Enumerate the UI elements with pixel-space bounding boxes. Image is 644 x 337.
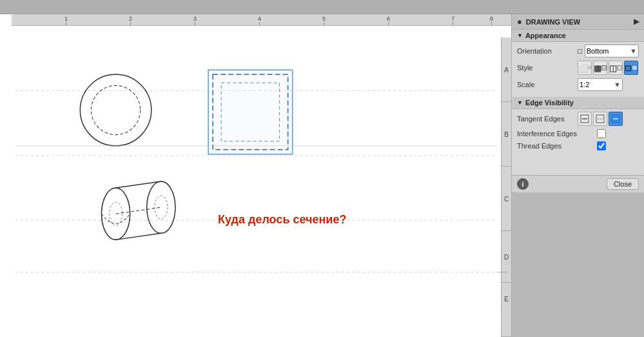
drawing-content: A B C D E (12, 26, 511, 337)
interference-edges-row: Interference Edges (517, 129, 639, 138)
orientation-row: Orientation □ Bottom ▼ (517, 45, 639, 57)
ruler-mark-4: 4 (258, 15, 261, 25)
scale-value: 1:2 ▼ (578, 78, 639, 91)
tangent-icons (578, 112, 639, 126)
ruler-mark-2: 2 (129, 15, 132, 25)
canvas-area: 1 2 3 4 5 6 7 8 A B C D E (0, 14, 512, 337)
style-button-4[interactable] (624, 61, 638, 75)
edge-visibility-section-header[interactable]: ▼ Edge Visibility (512, 97, 644, 109)
appearance-content: Orientation □ Bottom ▼ Style (512, 42, 644, 97)
edge-visibility-content: Tangent Edges Int (512, 109, 644, 156)
expand-icon[interactable]: ▶ (634, 17, 639, 26)
close-button[interactable]: Close (607, 178, 639, 190)
svg-point-11 (147, 181, 175, 233)
gray-area (512, 192, 644, 338)
interference-edges-label: Interference Edges (517, 130, 594, 138)
ruler-mark-7: 7 (451, 15, 454, 25)
top-bar (0, 0, 644, 14)
edge-collapse-icon: ▼ (517, 99, 523, 106)
edge-visibility-label: Edge Visibility (525, 99, 574, 107)
ruler-top: 1 2 3 4 5 6 7 8 (12, 14, 511, 26)
question-text: Куда делось сечение? (218, 213, 346, 227)
scale-dropdown[interactable]: 1:2 ▼ (578, 78, 623, 91)
tangent-button-1[interactable] (578, 112, 592, 126)
ruler-mark-1: 1 (64, 15, 68, 25)
tangent-edges-row: Tangent Edges (517, 112, 639, 126)
tangent-button-2[interactable] (593, 112, 607, 126)
drawing-svg (12, 26, 511, 337)
orientation-icon: □ (578, 47, 582, 55)
ruler-mark-3: 3 (193, 15, 197, 25)
main-area: 1 2 3 4 5 6 7 8 A B C D E (0, 14, 644, 337)
dropdown-arrow: ▼ (630, 47, 637, 55)
interference-edges-checkbox[interactable] (597, 129, 606, 138)
style-label: Style (517, 64, 575, 72)
svg-point-5 (91, 85, 140, 134)
ruler-mark-6: 6 (387, 15, 390, 25)
thread-edges-checkbox[interactable] (597, 141, 606, 150)
collapse-icon: ▼ (517, 32, 523, 39)
svg-rect-20 (589, 66, 590, 68)
style-button-1[interactable] (578, 61, 592, 75)
orientation-dropdown[interactable]: Bottom ▼ (585, 45, 639, 57)
drawing-view-icon: ● (517, 17, 522, 26)
style-row: Style (517, 61, 639, 75)
thread-edges-label: Thread Edges (517, 142, 594, 150)
panel-title: DRAWING VIEW (526, 18, 580, 26)
svg-rect-21 (602, 66, 607, 70)
svg-line-14 (116, 207, 161, 214)
svg-point-17 (155, 196, 168, 219)
right-panel: ● DRAWING VIEW ▶ ▼ Appearance Orientatio… (512, 14, 644, 337)
ruler-mark-5: 5 (322, 15, 326, 25)
ruler-mark-8: 8 (490, 15, 493, 25)
orientation-value: □ Bottom ▼ (578, 45, 639, 57)
scale-dropdown-arrow: ▼ (614, 81, 621, 88)
style-buttons (578, 61, 639, 75)
tangent-button-3[interactable] (609, 112, 623, 126)
panel-content: ▼ Appearance Orientation □ Bottom ▼ (512, 30, 644, 175)
scale-row: Scale 1:2 ▼ (517, 78, 639, 91)
panel-footer: i Close (512, 175, 644, 192)
style-button-3[interactable] (609, 61, 623, 75)
panel-header: ● DRAWING VIEW ▶ (512, 14, 644, 30)
info-icon[interactable]: i (517, 178, 529, 190)
appearance-label: Appearance (525, 32, 566, 39)
thread-edges-row: Thread Edges (517, 141, 639, 150)
tangent-edges-label: Tangent Edges (517, 115, 575, 123)
svg-rect-25 (618, 66, 621, 70)
appearance-section-header[interactable]: ▼ Appearance (512, 30, 644, 42)
style-button-2[interactable] (593, 61, 607, 75)
orientation-label: Orientation (517, 47, 575, 55)
scale-label: Scale (517, 81, 575, 88)
